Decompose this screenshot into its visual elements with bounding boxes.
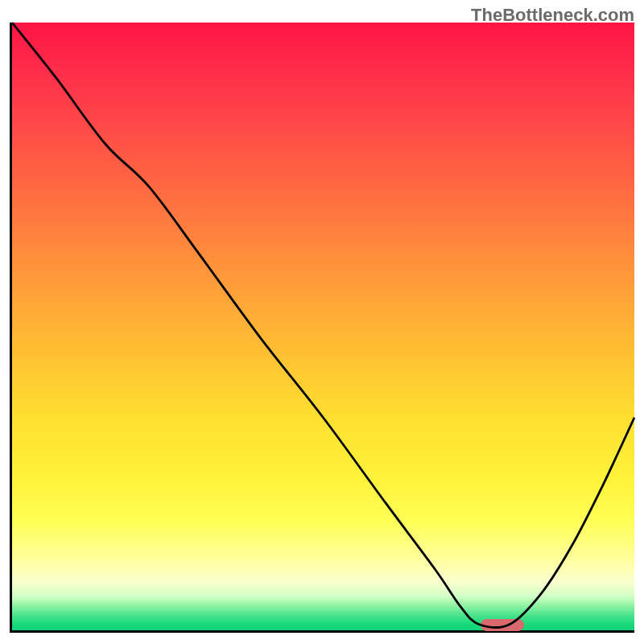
chart-curve: [12, 23, 634, 630]
watermark-text: TheBottleneck.com: [471, 5, 634, 26]
chart-plot-area: [10, 23, 634, 633]
bottleneck-curve-path: [12, 23, 634, 627]
